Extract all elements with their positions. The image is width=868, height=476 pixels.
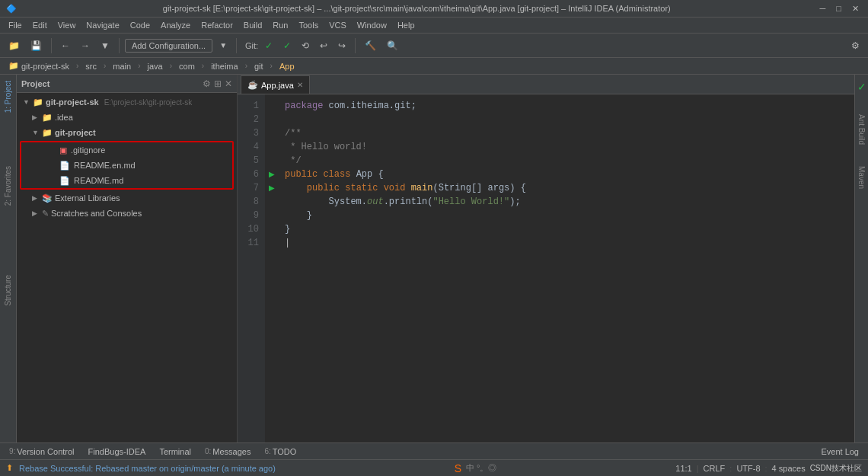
chevron-icon: ▼ xyxy=(23,98,30,106)
bottom-tab-messages-number: 0: xyxy=(205,447,211,455)
status-csdn: CSDN技术社区 xyxy=(810,463,862,474)
toolbar-recent-btn[interactable]: ▼ xyxy=(97,39,113,53)
menu-bar: File Edit View Navigate Code Analyze Ref… xyxy=(0,17,868,34)
bottom-tab-terminal[interactable]: Terminal xyxy=(153,446,197,458)
tree-gitignore-label: .gitignore xyxy=(71,145,105,155)
toolbar-git-check2[interactable]: ✓ xyxy=(279,39,295,53)
tree-item-scratches[interactable]: ▶ ✎ Scratches and Consoles xyxy=(17,206,237,221)
highlighted-files-group: ▣ .gitignore 📄 README.en.md 📄 README.md xyxy=(20,141,234,190)
line-num-2: 2 xyxy=(238,113,259,126)
add-configuration-button[interactable]: Add Configuration... xyxy=(125,39,212,53)
status-bar: ⬆ Rebase Successful: Rebased master on o… xyxy=(0,459,868,476)
toolbar-save-btn[interactable]: 💾 xyxy=(27,39,46,53)
code-editor: 1 2 3 4 5 6 7 8 9 10 11 ▶ ▶ xyxy=(238,94,854,442)
menu-window[interactable]: Window xyxy=(352,19,392,31)
panel-close-icon[interactable]: ✕ xyxy=(225,78,232,89)
title-bar-title: git-project-sk [E:\project-sk\git-projec… xyxy=(17,4,817,13)
menu-code[interactable]: Code xyxy=(125,19,155,31)
panel-settings-icon[interactable]: ⚙ xyxy=(203,78,211,89)
gutter-4 xyxy=(265,140,279,154)
toolbar-undo-btn[interactable]: ↩ xyxy=(316,39,331,53)
line-num-10: 10 xyxy=(238,222,259,236)
run-class-button[interactable]: ▶ xyxy=(265,168,279,181)
bottom-tab-findbugs[interactable]: FindBugs-IDEA xyxy=(82,446,152,458)
breadcrumb-main[interactable]: main xyxy=(107,60,136,72)
breadcrumb-git[interactable]: git xyxy=(249,60,269,72)
project-strip-label[interactable]: 1: Project xyxy=(4,78,12,116)
line-num-4: 4 xyxy=(238,140,259,154)
menu-file[interactable]: File xyxy=(3,19,27,31)
toolbar-search-btn[interactable]: 🔍 xyxy=(383,39,402,53)
breadcrumb-src[interactable]: src xyxy=(80,60,102,72)
tree-item-readme[interactable]: 📄 README.md xyxy=(21,173,232,188)
title-bar-controls: ─ □ ✕ xyxy=(817,4,862,14)
tree-item-idea[interactable]: ▶ 📁 .idea xyxy=(17,110,237,125)
close-button[interactable]: ✕ xyxy=(849,4,862,14)
java-file-icon: ☕ xyxy=(247,80,258,90)
line-num-6: 6 xyxy=(238,168,259,181)
breadcrumb-itheima[interactable]: itheima xyxy=(206,60,243,72)
gutter-3 xyxy=(265,126,279,140)
lib-icon: 📚 xyxy=(42,193,53,203)
menu-help[interactable]: Help xyxy=(392,19,420,31)
toolbar-back-btn[interactable]: ← xyxy=(57,39,74,53)
tree-item-root[interactable]: ▼ 📁 git-project-sk E:\project-sk\git-pro… xyxy=(17,94,237,110)
ant-build-label[interactable]: Ant Build xyxy=(857,111,866,148)
toolbar-forward-btn[interactable]: → xyxy=(77,39,94,53)
chevron-icon: ▶ xyxy=(32,194,40,202)
structure-strip-label[interactable]: Structure xyxy=(4,272,12,309)
breadcrumb-git-project-sk[interactable]: 📁git-project-sk xyxy=(3,59,75,72)
bottom-tab-vc-number: 9: xyxy=(9,447,15,455)
status-encoding[interactable]: UTF-8 xyxy=(736,464,760,473)
line-num-3: 3 xyxy=(238,126,259,140)
toolbar-hammer-btn[interactable]: 🔨 xyxy=(361,39,380,53)
chevron-icon: ▶ xyxy=(32,209,40,217)
menu-edit[interactable]: Edit xyxy=(27,19,53,31)
menu-refactor[interactable]: Refactor xyxy=(196,19,238,31)
toolbar-sep-3 xyxy=(236,38,237,53)
menu-analyze[interactable]: Analyze xyxy=(155,19,196,31)
tree-item-readme-en[interactable]: 📄 README.en.md xyxy=(21,158,232,173)
minimize-button[interactable]: ─ xyxy=(817,4,829,14)
status-left: ⬆ Rebase Successful: Rebased master on o… xyxy=(6,463,276,473)
breadcrumb-app[interactable]: App xyxy=(274,60,300,72)
tree-idea-label: .idea xyxy=(55,113,73,122)
menu-run[interactable]: Run xyxy=(267,19,293,31)
toolbar-git-check[interactable]: ✓ xyxy=(261,39,276,53)
status-line-ending[interactable]: CRLF xyxy=(704,464,726,473)
status-separator3: : xyxy=(765,464,767,473)
code-content[interactable]: package com.itheima.git; /** * Hello wor… xyxy=(279,94,854,442)
tree-item-git-project[interactable]: ▼ 📁 git-project xyxy=(17,125,237,140)
breadcrumb-java[interactable]: java xyxy=(142,60,168,72)
favorites-strip-label[interactable]: 2: Favorites xyxy=(4,163,12,209)
breadcrumb-com[interactable]: com xyxy=(174,60,200,72)
tab-close-button[interactable]: ✕ xyxy=(297,81,303,89)
toolbar-dropdown-btn[interactable]: ▼ xyxy=(215,40,231,51)
toolbar-redo-btn[interactable]: ↪ xyxy=(334,39,349,53)
status-line-col[interactable]: 11:1 xyxy=(675,464,691,473)
panel-layout-icon[interactable]: ⊞ xyxy=(214,78,222,89)
tree-item-external-libs[interactable]: ▶ 📚 External Libraries xyxy=(17,190,237,206)
run-main-button[interactable]: ▶ xyxy=(265,181,279,195)
bottom-tab-messages[interactable]: 0: Messages xyxy=(199,446,257,458)
editor-tab-appjava[interactable]: ☕ App.java ✕ xyxy=(241,75,310,94)
toolbar-gear-btn[interactable]: ⚙ xyxy=(847,39,863,53)
menu-tools[interactable]: Tools xyxy=(293,19,324,31)
menu-build[interactable]: Build xyxy=(238,19,267,31)
maximize-button[interactable]: □ xyxy=(833,4,844,14)
bottom-tab-todo[interactable]: 6: TODO xyxy=(258,446,302,458)
bottom-tab-version-control[interactable]: 9: Version Control xyxy=(3,446,81,458)
bottom-tab-eventlog[interactable]: Event Log xyxy=(815,446,865,458)
status-sogou: S 中 °。◎ xyxy=(455,462,497,474)
maven-label[interactable]: Maven xyxy=(857,163,866,192)
tree-root-label: git-project-sk xyxy=(46,97,99,107)
menu-vcs[interactable]: VCS xyxy=(324,19,352,31)
menu-view[interactable]: View xyxy=(53,19,81,31)
toolbar-open-btn[interactable]: 📁 xyxy=(5,39,24,53)
gutter-9 xyxy=(265,209,279,222)
menu-navigate[interactable]: Navigate xyxy=(81,19,124,31)
line-num-8: 8 xyxy=(238,195,259,209)
tree-item-gitignore[interactable]: ▣ .gitignore xyxy=(21,142,232,158)
toolbar-history-btn[interactable]: ⟲ xyxy=(298,39,313,53)
editor-tabs: ☕ App.java ✕ xyxy=(238,75,854,94)
